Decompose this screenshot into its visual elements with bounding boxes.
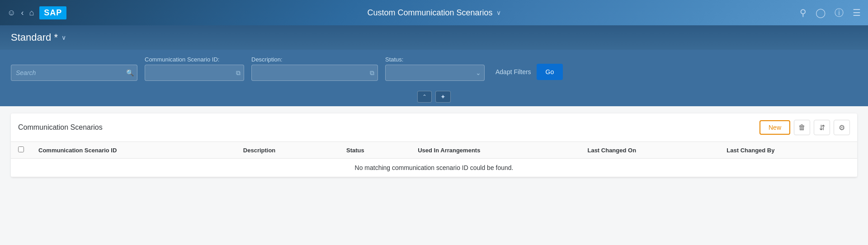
go-button[interactable]: Go	[537, 64, 563, 80]
settings-icon: ⚙	[839, 123, 845, 132]
back-icon[interactable]: ‹	[21, 8, 24, 18]
sap-logo: SAP	[39, 6, 66, 19]
table-empty-row: No matching communication scenario ID co…	[11, 159, 857, 177]
delete-button[interactable]: 🗑	[794, 120, 810, 135]
user-icon[interactable]: ☺	[7, 8, 15, 18]
notifications-icon[interactable]: ◯	[816, 7, 826, 18]
top-nav: ☺ ‹ ⌂ SAP Custom Communication Scenarios…	[0, 0, 868, 25]
page-title: Custom Communication Scenarios ∨	[367, 8, 500, 18]
sort-button[interactable]: ⇵	[814, 120, 830, 135]
nav-left: ☺ ‹ ⌂ SAP	[7, 6, 66, 19]
status-select[interactable]: Active Inactive	[385, 65, 485, 81]
th-checkbox	[11, 142, 31, 159]
scenario-id-group: Communication Scenario ID: ⧉	[145, 56, 244, 81]
pin-icon: ✦	[440, 93, 446, 100]
th-description: Description	[236, 142, 339, 159]
scenario-id-input[interactable]	[145, 65, 244, 81]
page-title-text: Custom Communication Scenarios	[367, 8, 492, 18]
pin-button[interactable]: ✦	[435, 91, 451, 103]
table-actions: New 🗑 ⇵ ⚙	[760, 120, 850, 135]
th-used-in-arrangements: Used In Arrangements	[410, 142, 580, 159]
table-title: Communication Scenarios	[18, 123, 103, 132]
scenario-id-wrap: ⧉	[145, 65, 244, 81]
search-icon[interactable]: ⚲	[800, 7, 807, 18]
standard-text: Standard *	[11, 32, 58, 43]
collapse-up-icon: ⌃	[422, 94, 427, 100]
empty-message: No matching communication scenario ID co…	[11, 159, 857, 177]
adapt-filters-link[interactable]: Adapt Filters	[495, 68, 531, 75]
search-wrap: 🔍	[11, 65, 137, 81]
search-input[interactable]	[11, 65, 137, 81]
description-input[interactable]	[251, 65, 378, 81]
status-group: Status: Active Inactive ⌄	[385, 56, 485, 81]
th-last-changed-by: Last Changed By	[719, 142, 857, 159]
collapse-bar: ⌃ ✦	[0, 89, 868, 106]
delete-icon: 🗑	[798, 123, 806, 132]
select-all-checkbox[interactable]	[18, 146, 24, 152]
scenario-id-label: Communication Scenario ID:	[145, 56, 244, 63]
th-status: Status	[339, 142, 410, 159]
standard-chevron[interactable]: ∨	[61, 34, 66, 41]
home-icon[interactable]: ⌂	[29, 8, 34, 18]
description-group: Description: ⧉	[251, 56, 378, 81]
table-section: Communication Scenarios New 🗑 ⇵ ⚙	[11, 113, 857, 177]
th-scenario-id: Communication Scenario ID	[31, 142, 236, 159]
status-wrap: Active Inactive ⌄	[385, 65, 485, 81]
filter-actions: Adapt Filters Go	[495, 64, 563, 81]
main-content: Communication Scenarios New 🗑 ⇵ ⚙	[0, 106, 868, 184]
communication-scenarios-table: Communication Scenario ID Description St…	[11, 142, 857, 177]
sort-icon: ⇵	[819, 123, 825, 132]
help-icon[interactable]: ⓘ	[835, 7, 844, 19]
filter-bar: 🔍 Communication Scenario ID: ⧉ Descripti…	[0, 50, 868, 89]
th-last-changed-on: Last Changed On	[580, 142, 719, 159]
search-group: 🔍	[11, 65, 137, 81]
table-header-row: Communication Scenario ID Description St…	[11, 142, 857, 159]
table-header: Communication Scenarios New 🗑 ⇵ ⚙	[11, 113, 857, 142]
collapse-button[interactable]: ⌃	[417, 91, 432, 103]
standard-label: Standard * ∨	[11, 32, 857, 50]
page-title-chevron[interactable]: ∨	[496, 9, 501, 16]
sub-header: Standard * ∨	[0, 25, 868, 50]
status-label: Status:	[385, 56, 485, 63]
menu-icon[interactable]: ☰	[853, 7, 861, 18]
new-button[interactable]: New	[760, 120, 790, 135]
nav-right: ⚲ ◯ ⓘ ☰	[800, 7, 861, 19]
settings-button[interactable]: ⚙	[834, 120, 850, 135]
description-wrap: ⧉	[251, 65, 378, 81]
description-label: Description:	[251, 56, 378, 63]
